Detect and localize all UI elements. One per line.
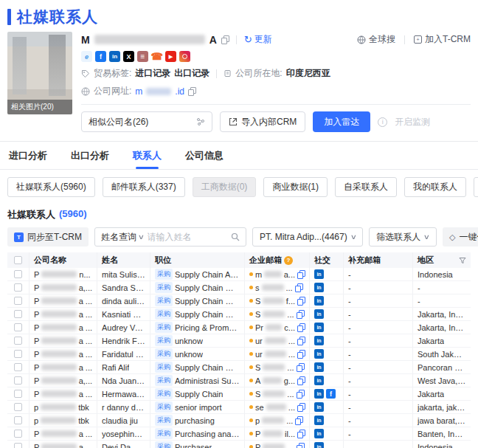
filter-contacts-dropdown[interactable]: 筛选联系人 ∨ — [369, 227, 437, 247]
select-all-checkbox[interactable] — [14, 256, 22, 264]
copy-icon[interactable] — [221, 35, 229, 44]
row-checkbox[interactable] — [14, 337, 22, 345]
copy-icon[interactable] — [297, 350, 305, 358]
table-row[interactable]: P a ... Hermawan Sapu... 采购 Supply Chain… — [7, 387, 471, 401]
tab-contacts[interactable]: 联系人 — [131, 142, 163, 169]
filter-email-contacts[interactable]: 邮件联系人(337) — [103, 177, 185, 197]
table-row[interactable]: P a ... Hendrik Fendi 采购 unknow ur ... i… — [7, 334, 471, 348]
website-link-prefix[interactable]: m — [135, 86, 142, 97]
global-search-link[interactable]: 全球搜 — [357, 33, 395, 46]
row-checkbox[interactable] — [14, 310, 22, 318]
tab-export-analysis[interactable]: 出口分析 — [69, 142, 111, 169]
linkedin-icon[interactable]: in — [314, 336, 324, 345]
copy-icon[interactable] — [297, 337, 305, 345]
row-checkbox[interactable] — [14, 376, 22, 385]
row-checkbox[interactable] — [14, 416, 22, 424]
table-row[interactable]: P a,... Sandra Sianipar 采购 Supply Chain … — [7, 281, 471, 294]
table-row[interactable]: P a ... yosephine liviane 采购 Purchasing … — [7, 427, 471, 441]
export-excel-button[interactable]: X 导出 Excel ∨ — [474, 177, 478, 197]
row-checkbox[interactable] — [14, 350, 22, 358]
copy-icon[interactable] — [297, 390, 304, 398]
filter-business-registry[interactable]: 工商数据(0) — [193, 177, 257, 197]
row-checkbox[interactable] — [14, 363, 22, 371]
copy-icon[interactable] — [295, 416, 302, 424]
copy-icon[interactable] — [297, 403, 305, 411]
table-row[interactable]: P a ... Rafi Alif 采购 Supply Chain Manage… — [7, 361, 471, 374]
tab-import-analysis[interactable]: 进口分析 — [7, 142, 49, 169]
row-checkbox[interactable] — [14, 270, 22, 278]
table-row[interactable]: P a ... Faridatul Hidzroh 采购 unknow ur .… — [7, 348, 471, 361]
filter-social-contacts[interactable]: 社媒联系人(5960) — [7, 177, 95, 197]
filter-commercial-data[interactable]: 商业数据(1) — [263, 177, 328, 197]
table-row[interactable]: P a ... dinda auliya adha 采购 Supply Chai… — [7, 294, 471, 308]
copy-icon[interactable] — [295, 283, 302, 292]
row-checkbox[interactable] — [14, 323, 22, 331]
company-photo[interactable]: 相关图片(20) — [7, 32, 72, 114]
copy-icon[interactable] — [297, 376, 305, 385]
copy-icon[interactable] — [297, 323, 305, 331]
filter-funnel-icon[interactable] — [459, 257, 466, 264]
linkedin-icon[interactable]: in — [314, 269, 324, 279]
import-record-tag[interactable]: 进口记录 — [135, 67, 170, 80]
linkedin-icon[interactable]: in — [314, 389, 324, 399]
tab-company-info[interactable]: 公司信息 — [184, 142, 225, 169]
export-record-tag[interactable]: 出口记录 — [174, 67, 209, 80]
row-checkbox[interactable] — [14, 390, 22, 398]
lines-icon[interactable]: ≡ — [137, 51, 148, 62]
join-tcrm-link[interactable]: + 加入T-CRM — [414, 33, 471, 46]
add-radar-button[interactable]: 加入雷达 — [313, 111, 370, 132]
copy-icon[interactable] — [297, 310, 304, 318]
import-crm-button[interactable]: 导入内部CRM — [220, 111, 305, 132]
website-link-suffix[interactable]: .id — [175, 86, 184, 97]
filter-my-contacts[interactable]: 我的联系人 — [404, 177, 466, 197]
linkedin-icon[interactable]: in — [314, 429, 324, 438]
linkedin-icon[interactable]: in — [314, 416, 324, 425]
copy-icon[interactable] — [297, 297, 305, 305]
copy-icon[interactable] — [297, 443, 304, 448]
copy-icon[interactable] — [297, 363, 304, 371]
table-row[interactable]: P a,... Nda Juanda 采购 Administrasi Suppl… — [7, 374, 471, 387]
linkedin-icon[interactable]: in — [314, 402, 324, 412]
copy-icon[interactable] — [297, 270, 305, 278]
x-twitter-icon[interactable]: X — [123, 51, 134, 62]
question-icon[interactable]: ? — [284, 256, 293, 265]
website-icon[interactable]: e — [81, 51, 92, 62]
linkedin-icon[interactable]: in — [314, 349, 324, 359]
name-query-dropdown[interactable]: 姓名查询 ∨ — [101, 231, 144, 244]
search-icon[interactable] — [231, 232, 240, 241]
linkedin-icon[interactable]: in — [314, 309, 324, 319]
company-select[interactable]: PT. Mitra Adip...(4467) ∨ — [252, 227, 363, 247]
row-checkbox[interactable] — [14, 430, 22, 438]
table-row[interactable]: P a ... Kasniati Sinaga 采购 Supply Chain … — [7, 308, 471, 321]
table-row[interactable]: p tbk r danny d nurpat... 采购 senior impo… — [7, 401, 471, 414]
row-checkbox[interactable] — [14, 443, 22, 448]
youtube-icon[interactable]: ▶ — [165, 51, 176, 62]
instagram-icon[interactable] — [179, 51, 190, 62]
table-row[interactable]: P a ... Devi Damayanti 采购 Purchaser P ..… — [7, 441, 471, 448]
linkedin-icon[interactable]: in — [314, 283, 324, 292]
update-button[interactable]: ↻ 更新 — [244, 33, 272, 46]
linkedin-icon[interactable]: in — [109, 51, 120, 62]
quick-pick-button[interactable]: ◇ 一键优选 — [443, 227, 478, 247]
linkedin-icon[interactable]: in — [314, 442, 324, 448]
copy-icon[interactable] — [297, 430, 305, 438]
facebook-icon[interactable]: f — [326, 389, 336, 399]
copy-icon[interactable] — [188, 87, 195, 95]
table-row[interactable]: P n... mita Sulistyandari 采购 Supply Chai… — [7, 268, 471, 281]
name-search-input[interactable] — [148, 232, 227, 242]
phone-icon[interactable]: ☎ — [151, 51, 162, 62]
sync-tcrm-button[interactable]: T 同步至T-CRM — [7, 227, 89, 247]
row-checkbox[interactable] — [14, 297, 22, 305]
linkedin-icon[interactable]: in — [314, 376, 324, 385]
start-monitor-button[interactable]: 开启监测 — [395, 116, 430, 128]
row-checkbox[interactable] — [14, 283, 22, 292]
table-row[interactable]: P a ... Audrey Vellicia 采购 Pricing & Pro… — [7, 321, 471, 334]
facebook-icon[interactable]: f — [95, 51, 106, 62]
similar-companies-button[interactable]: 相似公司名(26) — [81, 111, 212, 132]
linkedin-icon[interactable]: in — [314, 362, 324, 372]
linkedin-icon[interactable]: in — [314, 323, 324, 332]
linkedin-icon[interactable]: in — [314, 296, 324, 306]
table-row[interactable]: p tbk claudia jiu 采购 purchasing p ... in… — [7, 414, 471, 427]
info-icon[interactable]: i — [378, 117, 387, 127]
filter-self-collected[interactable]: 自采联系人 — [335, 177, 397, 197]
